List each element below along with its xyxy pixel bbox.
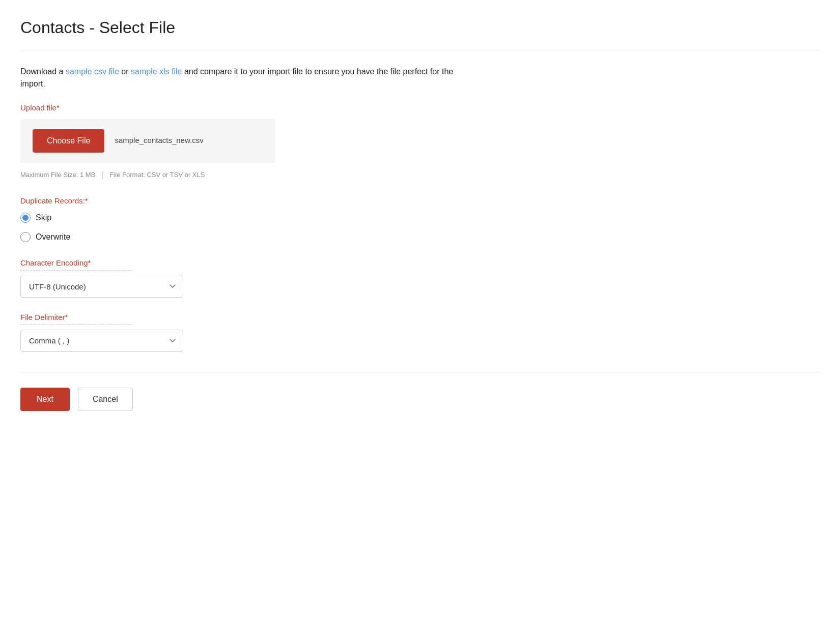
description-text: Download a sample csv file or sample xls… xyxy=(20,66,479,90)
file-info-divider: | xyxy=(101,169,103,181)
header-divider xyxy=(20,50,820,50)
file-delimiter-select[interactable]: Comma ( , ) Semicolon ( ; ) Tab (\t) Pip… xyxy=(20,330,183,352)
character-encoding-select[interactable]: UTF-8 (Unicode) ISO-8859-1 (Latin-1) Win… xyxy=(20,276,183,298)
bottom-divider xyxy=(20,372,820,372)
file-format: File Format: CSV or TSV or XLS xyxy=(110,170,205,180)
upload-section: Upload file* Choose File sample_contacts… xyxy=(20,102,820,181)
delimiter-dashed-border xyxy=(20,324,132,325)
duplicate-records-label: Duplicate Records:* xyxy=(20,195,820,207)
duplicate-records-section: Duplicate Records:* Skip Overwrite xyxy=(20,195,820,244)
radio-skip-input[interactable] xyxy=(20,213,31,223)
selected-file-name: sample_contacts_new.csv xyxy=(115,135,203,147)
description-prefix: Download a xyxy=(20,67,66,76)
max-file-size: Maximum File Size: 1 MB xyxy=(20,170,95,180)
radio-skip-label: Skip xyxy=(36,212,51,224)
page-container: Contacts - Select File Download a sample… xyxy=(0,0,840,642)
cancel-button[interactable]: Cancel xyxy=(78,388,133,411)
radio-overwrite[interactable]: Overwrite xyxy=(20,231,820,243)
radio-skip[interactable]: Skip xyxy=(20,212,820,224)
file-info: Maximum File Size: 1 MB | File Format: C… xyxy=(20,169,820,181)
file-delimiter-section: File Delimiter* Comma ( , ) Semicolon ( … xyxy=(20,312,820,352)
description-middle: or xyxy=(121,67,131,76)
sample-csv-link[interactable]: sample csv file xyxy=(66,67,119,76)
upload-label: Upload file* xyxy=(20,102,820,114)
upload-area: Choose File sample_contacts_new.csv xyxy=(20,119,275,163)
sample-xls-link[interactable]: sample xls file xyxy=(131,67,182,76)
file-delimiter-label: File Delimiter* xyxy=(20,312,820,324)
encoding-dashed-border xyxy=(20,270,132,271)
character-encoding-section: Character Encoding* UTF-8 (Unicode) ISO-… xyxy=(20,257,820,298)
duplicate-radio-group: Skip Overwrite xyxy=(20,212,820,243)
radio-overwrite-input[interactable] xyxy=(20,232,31,242)
character-encoding-label: Character Encoding* xyxy=(20,257,820,269)
next-button[interactable]: Next xyxy=(20,388,70,411)
choose-file-button[interactable]: Choose File xyxy=(33,129,104,153)
action-buttons: Next Cancel xyxy=(20,388,820,411)
radio-overwrite-label: Overwrite xyxy=(36,231,70,243)
page-title: Contacts - Select File xyxy=(20,15,820,40)
